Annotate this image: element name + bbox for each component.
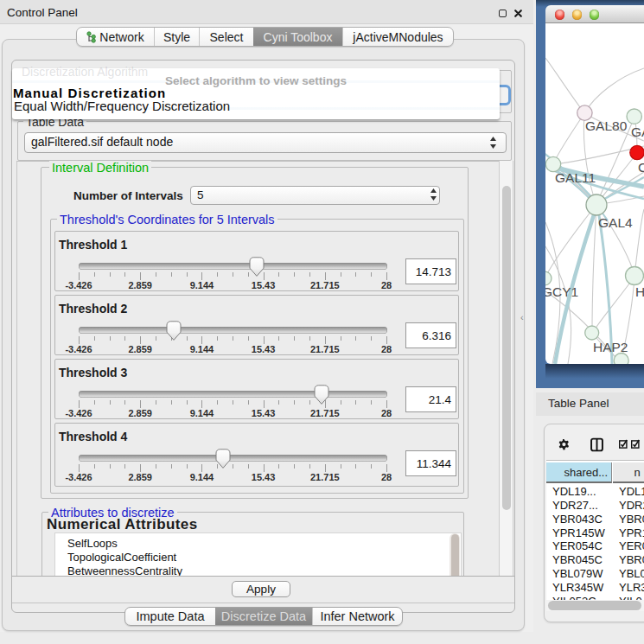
svg-text:HAP2: HAP2 [593,340,628,354]
svg-text:C: C [638,160,644,175]
svg-text:GAL4: GAL4 [598,215,633,230]
svg-text:GAL11: GAL11 [555,170,596,185]
svg-text:GAL80: GAL80 [585,118,628,133]
svg-text:H: H [635,284,644,299]
svg-text:GCY1: GCY1 [545,284,578,299]
svg-text:GA: GA [631,124,644,139]
